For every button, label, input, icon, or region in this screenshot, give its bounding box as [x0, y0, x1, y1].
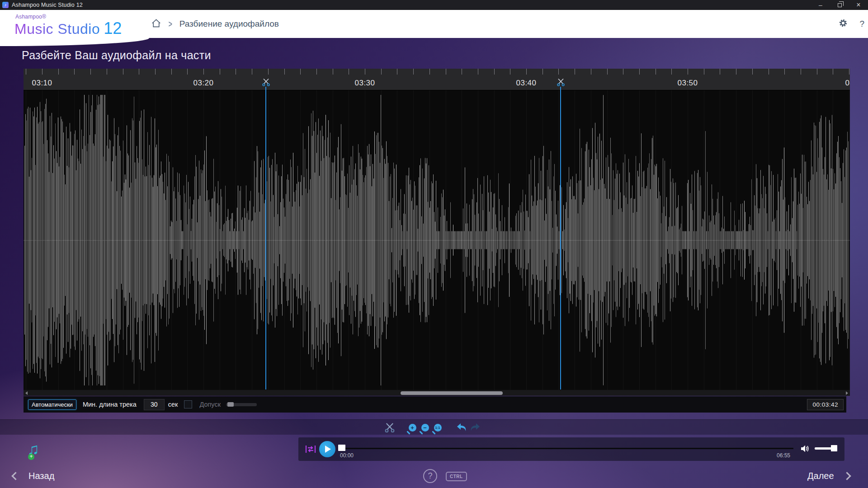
breadcrumb: > Разбиение аудиофайлов: [151, 10, 279, 38]
timeline-ruler[interactable]: 03:1003:2003:3003:4003:5004:: [24, 69, 850, 90]
time-label: 03:40: [516, 79, 536, 88]
progress-track[interactable]: [340, 448, 793, 449]
ruler-tick: [688, 69, 688, 75]
cut-scissors-icon: [556, 78, 566, 87]
help-hint-button[interactable]: ?: [423, 469, 437, 483]
gear-icon: [839, 19, 848, 28]
brand-logo: Ashampoo® Music Studio12: [14, 14, 122, 37]
product-name: Music Studio: [14, 21, 100, 37]
scroll-left-arrow-icon[interactable]: [25, 391, 28, 395]
redo-icon: [469, 422, 481, 432]
cut-line: [265, 87, 267, 389]
header-actions: ?: [839, 10, 864, 38]
loop-icon: [305, 444, 316, 455]
ruler-tick: [171, 69, 172, 75]
settings-button[interactable]: [839, 19, 848, 29]
zoom-out-button[interactable]: −: [419, 422, 431, 433]
zoom-in-button[interactable]: +: [406, 422, 419, 433]
ruler-tick: [833, 69, 833, 75]
ruler-tick: [575, 69, 575, 75]
play-button[interactable]: [319, 441, 335, 457]
help-button[interactable]: ?: [859, 19, 864, 29]
ruler-tick: [90, 69, 91, 75]
ruler-tick: [397, 69, 397, 75]
ruler-tick: [704, 69, 704, 75]
redo-button[interactable]: [468, 422, 481, 433]
ruler-tick: [155, 69, 156, 75]
waveform-panel[interactable]: 03:1003:2003:3003:4003:5004:: [24, 69, 850, 396]
speaker-icon: [800, 445, 810, 453]
tolerance-label: Допуск: [199, 401, 221, 408]
restore-button[interactable]: [830, 0, 849, 10]
ruler-tick: [591, 69, 591, 75]
player-bar: 00:00 06:55: [298, 437, 844, 461]
time-label: 03:30: [354, 79, 375, 88]
ruler-tick: [74, 69, 75, 75]
breadcrumb-current: Разбиение аудиофайлов: [179, 19, 279, 29]
add-file-button[interactable]: ♫ +: [27, 440, 47, 460]
home-button[interactable]: [151, 19, 161, 30]
cut-scissors-icon: [261, 78, 271, 87]
ruler-tick: [752, 69, 753, 75]
zoom-in-icon: +: [409, 424, 416, 432]
tolerance-slider[interactable]: [226, 403, 257, 406]
header: Ashampoo® Music Studio12 > Разбиение ауд…: [0, 10, 868, 38]
tolerance-checkbox[interactable]: [184, 400, 192, 408]
loop-button[interactable]: [305, 444, 316, 456]
ruler-tick: [462, 69, 462, 75]
back-button[interactable]: Назад: [13, 471, 54, 481]
ruler-tick: [123, 69, 123, 75]
auto-mode-button[interactable]: Автоматически: [28, 399, 76, 410]
breadcrumb-separator-icon: >: [169, 19, 172, 29]
split-button[interactable]: [383, 422, 396, 433]
volume-handle[interactable]: [831, 445, 837, 451]
ruler-tick: [494, 69, 495, 75]
waveform-canvas[interactable]: [24, 90, 850, 390]
ruler-tick: [220, 69, 220, 75]
min-length-input[interactable]: [144, 399, 165, 410]
undo-button[interactable]: [456, 422, 468, 433]
app-window: ♪ Ashampoo Music Studio 12 – × Ashampoo®…: [0, 0, 868, 488]
ruler-tick: [349, 69, 349, 75]
scissors-icon: [384, 422, 395, 433]
scrollbar-thumb[interactable]: [401, 391, 503, 395]
ruler-tick: [300, 69, 301, 75]
ruler-tick: [526, 69, 527, 75]
next-label: Далее: [807, 471, 834, 481]
undo-icon: [456, 422, 468, 432]
ruler-tick: [429, 69, 430, 75]
product-version: 12: [104, 19, 122, 38]
restore-icon: [838, 3, 842, 7]
tolerance-slider-handle[interactable]: [227, 402, 234, 407]
cut-marker[interactable]: [261, 78, 271, 389]
ruler-tick: [817, 69, 817, 75]
ruler-tick: [268, 69, 269, 75]
close-icon: ×: [856, 1, 860, 9]
cut-marker[interactable]: [556, 78, 566, 389]
app-icon: ♪: [2, 2, 9, 8]
titlebar: ♪ Ashampoo Music Studio 12 – ×: [0, 0, 868, 10]
horizontal-scrollbar[interactable]: [24, 390, 850, 396]
zoom-reset-icon: 1:1: [434, 424, 442, 432]
ruler-tick: [671, 69, 672, 75]
time-label: 03:20: [193, 79, 213, 88]
ruler-tick: [784, 69, 785, 75]
next-button[interactable]: Далее: [807, 471, 850, 481]
tool-strip: + − 1:1: [0, 419, 868, 435]
ruler-tick: [187, 69, 188, 75]
ruler-tick: [107, 69, 107, 75]
scroll-right-arrow-icon[interactable]: [846, 391, 848, 395]
ruler-tick: [26, 69, 26, 75]
ruler-tick: [849, 69, 849, 75]
close-button[interactable]: ×: [849, 0, 868, 10]
ruler-tick: [510, 69, 510, 75]
zoom-reset-button[interactable]: 1:1: [431, 422, 444, 433]
mute-button[interactable]: [800, 445, 810, 455]
progress-handle[interactable]: [338, 445, 345, 451]
ruler-tick: [316, 69, 317, 75]
minimize-button[interactable]: –: [811, 0, 830, 10]
ruler-tick: [801, 69, 801, 75]
ruler-tick: [42, 69, 42, 75]
ruler-tick: [446, 69, 446, 75]
position-time-display: 00:03:42: [807, 399, 844, 410]
